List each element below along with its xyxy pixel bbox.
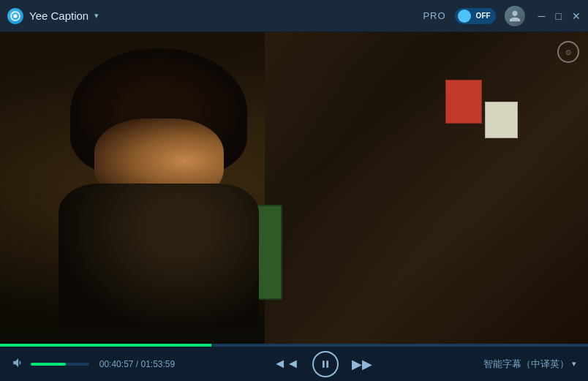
volume-fill	[31, 363, 66, 366]
maximize-button[interactable]: □	[556, 11, 562, 21]
toggle-track: OFF	[456, 10, 494, 23]
watermark: ⊙	[557, 41, 579, 63]
total-time: 01:53:59	[141, 359, 176, 369]
volume-icon[interactable]	[12, 356, 25, 372]
person-figure	[47, 48, 282, 331]
time-display: 00:40:57 / 01:53:59	[95, 359, 179, 369]
rewind-button[interactable]: ◄◄	[274, 356, 300, 371]
caption-label: 智能字幕（中译英）	[483, 358, 569, 371]
title-dropdown-arrow[interactable]: ▾	[94, 11, 99, 20]
scene-kitchen	[265, 32, 588, 347]
svg-point-1	[14, 14, 18, 18]
volume-section: 00:40:57 / 01:53:59	[12, 356, 179, 372]
user-avatar[interactable]	[505, 6, 525, 26]
time-separator: /	[136, 359, 141, 369]
app-title: Yee Caption	[29, 10, 88, 22]
current-time: 00:40:57	[99, 359, 134, 369]
play-pause-button[interactable]	[312, 351, 339, 377]
caption-dropdown-arrow[interactable]: ▾	[572, 359, 576, 369]
forward-button[interactable]: ▶▶	[352, 356, 372, 372]
title-bar-right: PRO OFF ─ □ ✕	[423, 6, 581, 26]
minimize-button[interactable]: ─	[538, 11, 546, 21]
playback-controls: ◄◄ ▶▶	[179, 351, 467, 377]
shelf-decoration-red	[445, 80, 482, 124]
video-frame: ⊙	[0, 32, 588, 347]
person-body	[59, 184, 258, 331]
app-icon	[7, 8, 23, 24]
title-bar: Yee Caption ▾ PRO OFF ─ □ ✕	[0, 0, 588, 32]
pro-badge: PRO	[423, 10, 445, 21]
shelf-decoration-white	[485, 102, 518, 138]
volume-bar[interactable]	[31, 363, 89, 366]
video-seek-bar[interactable]	[0, 344, 588, 347]
pro-toggle[interactable]: OFF	[455, 8, 496, 24]
video-area[interactable]: ⊙	[0, 32, 588, 347]
controls-bar: 00:40:57 / 01:53:59 ◄◄ ▶▶ 智能字幕（中译英） ▾	[0, 347, 588, 381]
toggle-thumb	[458, 10, 471, 23]
close-button[interactable]: ✕	[572, 11, 581, 21]
video-progress-fill	[0, 344, 211, 347]
window-controls: ─ □ ✕	[538, 11, 581, 21]
caption-section: 智能字幕（中译英） ▾	[467, 358, 576, 371]
title-bar-left: Yee Caption ▾	[7, 8, 423, 24]
toggle-off-label: OFF	[476, 12, 491, 20]
